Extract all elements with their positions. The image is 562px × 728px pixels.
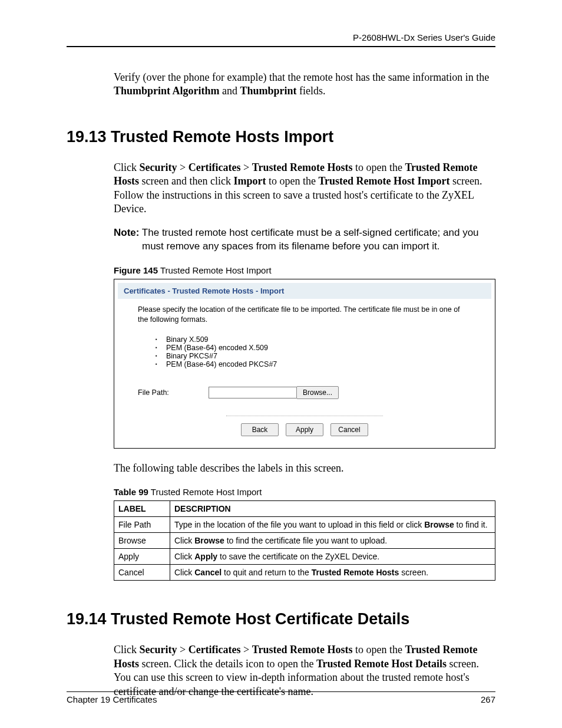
intro-paragraph: Verify (over the phone for example) that… [114, 71, 495, 98]
text: > [177, 162, 188, 173]
list-item: PEM (Base-64) encoded PKCS#7 [156, 360, 471, 368]
breadcrumb-security: Security [140, 644, 177, 655]
footer-rule [67, 691, 495, 692]
breadcrumb-trusted-remote-hosts: Trusted Remote Hosts [252, 644, 353, 655]
text: > [177, 644, 188, 655]
figure-format-list: Binary X.509 PEM (Base-64) encoded X.509… [138, 335, 471, 368]
bold-text: Apply [194, 552, 217, 561]
breadcrumb-certificates: Certificates [189, 644, 241, 655]
bold-text: Cancel [194, 568, 222, 577]
cancel-button[interactable]: Cancel [330, 423, 368, 436]
text: to open the [266, 175, 318, 187]
figure-trusted-remote-host-import: Certificates - Trusted Remote Hosts - Im… [114, 279, 495, 449]
note-block: Note: The trusted remote host certificat… [114, 226, 495, 253]
note-line2: must remove any spaces from its filename… [142, 240, 495, 253]
header-guide-title: P-2608HWL-Dx Series User's Guide [67, 32, 495, 42]
text: Verify (over the phone for example) that… [114, 71, 489, 83]
table-row: Apply Click Apply to save the certificat… [114, 549, 495, 565]
list-item: PEM (Base-64) encoded X.509 [156, 344, 471, 352]
col-label: LABEL [114, 501, 170, 517]
page-footer: Chapter 19 Certificates 267 [67, 691, 495, 704]
table-number: Table 99 [114, 487, 148, 497]
section-heading-19-14: 19.14 Trusted Remote Host Certificate De… [67, 610, 495, 628]
section-heading-19-13: 19.13 Trusted Remote Hosts Import [67, 128, 495, 146]
document-page: P-2608HWL-Dx Series User's Guide Verify … [0, 0, 562, 728]
text: screen and then click [139, 175, 233, 187]
text: Click [174, 536, 194, 545]
table-intro: The following table describes the labels… [114, 462, 495, 475]
figure-panel-title: Certificates - Trusted Remote Hosts - Im… [118, 283, 491, 299]
bold-text: Thumbprint Algorithm [114, 85, 220, 97]
file-path-label: File Path: [138, 388, 209, 397]
note-label: Note: [114, 227, 139, 238]
breadcrumb-certificates: Certificates [189, 162, 241, 173]
file-path-input[interactable] [209, 387, 297, 398]
list-item: Binary X.509 [156, 335, 471, 344]
bold-text: Trusted Remote Host Import [318, 175, 449, 187]
bold-text: Trusted Remote Hosts [312, 568, 399, 577]
text: Click [174, 568, 194, 577]
table-header-row: LABEL DESCRIPTION [114, 501, 495, 517]
text: to open the [352, 162, 405, 173]
table-row: Browse Click Browse to find the certific… [114, 533, 495, 549]
section1-paragraph: Click Security > Certificates > Trusted … [114, 161, 495, 216]
text: Click [114, 162, 140, 173]
figure-button-row: Back Apply Cancel [226, 416, 383, 436]
apply-button[interactable]: Apply [286, 423, 323, 436]
cell-label: Cancel [114, 565, 170, 581]
text: Click [174, 552, 194, 561]
breadcrumb-security: Security [140, 162, 177, 173]
file-path-row: File Path: Browse... [138, 386, 471, 399]
cell-desc: Click Cancel to quit and return to the T… [170, 565, 495, 581]
figure-instruction: Please specify the location of the certi… [138, 305, 471, 325]
bold-text: Import [233, 175, 266, 187]
text: and [220, 85, 240, 97]
text: to find the certificate file you want to… [224, 536, 387, 545]
text: to quit and return to the [222, 568, 312, 577]
cell-label: File Path [114, 517, 170, 533]
cell-desc: Click Browse to find the certificate fil… [170, 533, 495, 549]
header-rule [67, 46, 495, 47]
list-item: Binary PKCS#7 [156, 352, 471, 360]
bold-text: Trusted Remote Host Details [316, 658, 447, 670]
figure-caption: Figure 145 Trusted Remote Host Import [114, 265, 495, 275]
figure-number: Figure 145 [114, 265, 158, 275]
table-title: Trusted Remote Host Import [148, 487, 262, 497]
text: screen. Click the details icon to open t… [139, 658, 316, 670]
cell-label: Browse [114, 533, 170, 549]
table-row: Cancel Click Cancel to quit and return t… [114, 565, 495, 581]
cell-desc: Type in the location of the file you wan… [170, 517, 495, 533]
text: Type in the location of the file you wan… [174, 520, 424, 529]
text: screen. [399, 568, 428, 577]
cell-desc: Click Apply to save the certificate on t… [170, 549, 495, 565]
description-table: LABEL DESCRIPTION File Path Type in the … [114, 500, 495, 581]
note-line1: The trusted remote host certificate must… [139, 227, 478, 238]
text: to find it. [454, 520, 488, 529]
text: > [241, 162, 252, 173]
text: fields. [297, 85, 326, 97]
text: Click [114, 644, 140, 655]
text: to save the certificate on the ZyXEL Dev… [217, 552, 379, 561]
bold-text: Browse [194, 536, 224, 545]
text: to open the [352, 644, 405, 655]
figure-title: Trusted Remote Host Import [158, 265, 272, 275]
footer-chapter: Chapter 19 Certificates [67, 694, 157, 704]
footer-page-number: 267 [481, 694, 495, 704]
text: > [241, 644, 252, 655]
browse-button[interactable]: Browse... [296, 386, 339, 399]
table-row: File Path Type in the location of the fi… [114, 517, 495, 533]
cell-label: Apply [114, 549, 170, 565]
col-description: DESCRIPTION [170, 501, 495, 517]
section2-paragraph: Click Security > Certificates > Trusted … [114, 643, 495, 699]
back-button[interactable]: Back [241, 423, 279, 436]
bold-text: Thumbprint [240, 85, 297, 97]
breadcrumb-trusted-remote-hosts: Trusted Remote Hosts [252, 162, 353, 173]
bold-text: Browse [424, 520, 454, 529]
intro-block: Verify (over the phone for example) that… [114, 71, 495, 98]
table-caption: Table 99 Trusted Remote Host Import [114, 487, 495, 497]
